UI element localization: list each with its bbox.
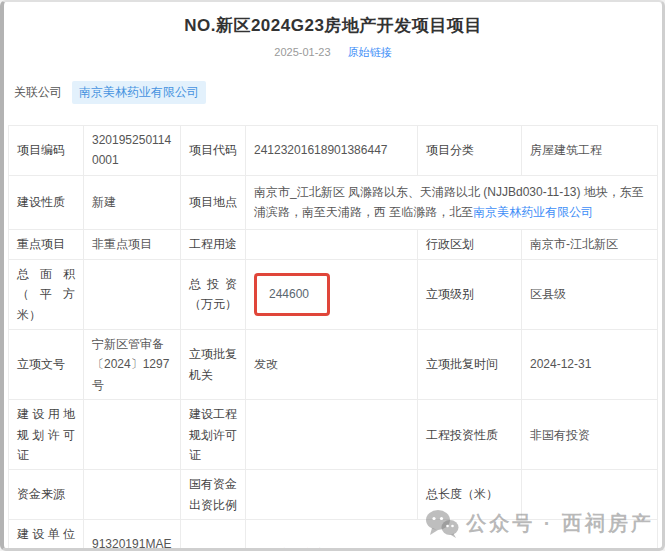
field-value [246, 470, 418, 520]
field-value [522, 470, 658, 520]
field-label: 行政区划 [418, 229, 522, 259]
construction-unit-value: 南京滨江房产开发有限公司 [246, 520, 658, 551]
table-row: 总面积（平方米） 总投资（万元） 244600 立项级别 区县级 [9, 259, 658, 329]
investment-highlight-box: 244600 [254, 273, 330, 315]
field-value: 宁新区管审备〔2024〕1297号 [84, 329, 181, 399]
field-value [84, 259, 181, 329]
field-value: 区县级 [522, 259, 658, 329]
field-label: 工程用途 [181, 229, 246, 259]
field-value: 南京市-江北新区 [522, 229, 658, 259]
field-label: 总长度（米） [418, 470, 522, 520]
field-label: 项目编码 [9, 126, 84, 176]
related-company-label: 关联公司 [14, 84, 62, 101]
field-label: 立项批复机关 [181, 329, 246, 399]
total-investment-cell: 244600 [246, 259, 418, 329]
field-label: 总投资（万元） [181, 259, 246, 329]
field-label: 国有资金出资比例 [181, 470, 246, 520]
field-value [246, 229, 418, 259]
field-label: 重点项目 [9, 229, 84, 259]
field-label: 立项级别 [418, 259, 522, 329]
field-value: 24123201618901386447 [246, 126, 418, 176]
field-label: 项目分类 [418, 126, 522, 176]
field-value: 发改 [246, 329, 418, 399]
related-company-tag[interactable]: 南京美林药业有限公司 [72, 81, 206, 104]
table-row: 项目编码 3201952501140001 项目代码 2412320161890… [9, 126, 658, 176]
field-value [84, 470, 181, 520]
field-value: 新建 [84, 175, 181, 229]
field-label: 资金来源 [9, 470, 84, 520]
field-label: 建设工程规划许可证 [181, 400, 246, 470]
field-label: 立项文号 [9, 329, 84, 399]
page-title: NO.新区2024G23房地产开发项目项目 [14, 14, 652, 37]
field-value: 非重点项目 [84, 229, 181, 259]
table-row: 资金来源 国有资金出资比例 总长度（米） [9, 470, 658, 520]
project-address-cell: 南京市_江北新区 凤滁路以东、天浦路以北 (NJJBd030-11-13) 地块… [246, 175, 658, 229]
field-label: 建设用地规划许可证 [9, 400, 84, 470]
table-row: 建设性质 新建 项目地点 南京市_江北新区 凤滁路以东、天浦路以北 (NJJBd… [9, 175, 658, 229]
publish-date: 2025-01-23 [274, 46, 330, 58]
table-row: 重点项目 非重点项目 工程用途 行政区划 南京市-江北新区 [9, 229, 658, 259]
project-info-table: 项目编码 3201952501140001 项目代码 2412320161890… [8, 125, 658, 551]
field-value: 非国有投资 [522, 400, 658, 470]
field-label: 总面积（平方米） [9, 259, 84, 329]
table-row: 建设用地规划许可证 建设工程规划许可证 工程投资性质 非国有投资 [9, 400, 658, 470]
field-value: 2024-12-31 [522, 329, 658, 399]
field-label: 工程投资性质 [418, 400, 522, 470]
field-label: 项目地点 [181, 175, 246, 229]
field-value: 3201952501140001 [84, 126, 181, 176]
table-row: 立项文号 宁新区管审备〔2024〕1297号 立项批复机关 发改 立项批复时间 … [9, 329, 658, 399]
field-value [246, 400, 418, 470]
field-value [84, 400, 181, 470]
project-detail-page: NO.新区2024G23房地产开发项目项目 2025-01-23 原始链接 关联… [0, 0, 665, 551]
related-company-row: 关联公司 南京美林药业有限公司 [14, 81, 662, 104]
field-label: 项目代码 [181, 126, 246, 176]
field-label: 立项批复时间 [418, 329, 522, 399]
field-label: 建设单位 [181, 520, 246, 551]
field-value: 91320191MAE53D025C [84, 520, 181, 551]
investment-value: 244600 [269, 287, 309, 301]
field-label: 建设性质 [9, 175, 84, 229]
meta-line: 2025-01-23 原始链接 [4, 45, 662, 60]
field-label: 建设单位统一信用代码 [9, 520, 84, 551]
original-link[interactable]: 原始链接 [348, 46, 392, 58]
table-row: 建设单位统一信用代码 91320191MAE53D025C 建设单位 南京滨江房… [9, 520, 658, 551]
address-company-link[interactable]: 南京美林药业有限公司 [473, 205, 593, 219]
field-value: 房屋建筑工程 [522, 126, 658, 176]
